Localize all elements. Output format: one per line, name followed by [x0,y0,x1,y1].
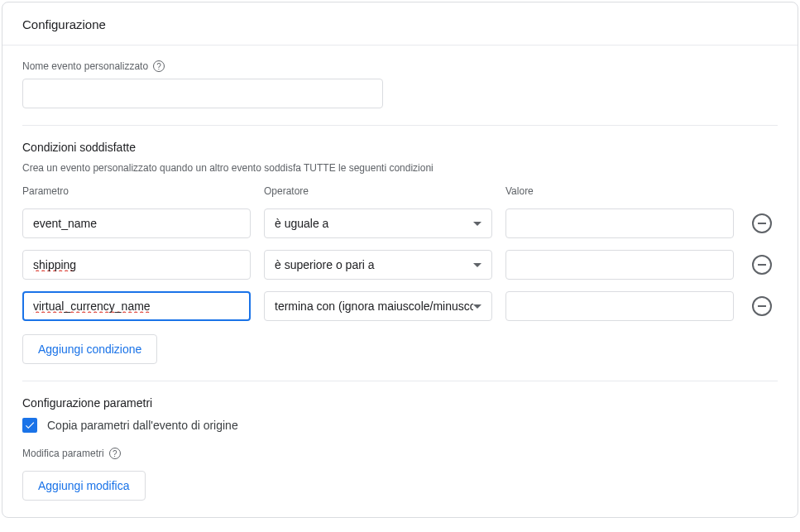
card-header: Configurazione [2,2,798,46]
condition-operator-text: è superiore o pari a [275,258,473,271]
configuration-card: Configurazione Nome evento personalizzat… [2,2,798,518]
custom-event-name-input[interactable] [22,79,383,108]
condition-param-input[interactable] [22,250,251,280]
copy-params-label: Copia parametri dall'evento di origine [47,419,238,432]
condition-operator-select[interactable]: termina con (ignora maiuscole/minuscole) [264,291,492,321]
chevron-down-icon [473,263,481,267]
custom-event-label-row: Nome evento personalizzato ? [22,60,778,72]
custom-event-section: Nome evento personalizzato ? [2,46,798,125]
remove-condition-button[interactable] [752,296,772,316]
chevron-down-icon [473,304,481,309]
condition-operator-select[interactable]: è superiore o pari a [264,250,492,280]
remove-condition-button[interactable] [752,213,772,233]
help-icon[interactable]: ? [153,60,165,72]
condition-operator-text: è uguale a [275,217,473,230]
params-section: Configurazione parametri Copia parametri… [2,381,798,517]
condition-value-input[interactable] [505,291,734,321]
col-label-param: Parametro [22,185,251,197]
condition-operator-select[interactable]: è uguale a [264,208,492,238]
card-title: Configurazione [22,17,778,31]
col-label-operator: Operatore [264,185,492,197]
conditions-grid: Parametro Operatore Valore è uguale aè s… [22,185,778,321]
chevron-down-icon [473,222,481,226]
modify-params-label: Modifica parametri [22,448,104,459]
condition-param-input[interactable] [22,208,251,238]
col-label-value: Valore [505,185,734,197]
help-icon[interactable]: ? [109,448,121,459]
copy-params-checkbox[interactable] [22,418,37,433]
custom-event-label: Nome evento personalizzato [22,60,148,72]
modify-params-label-row: Modifica parametri ? [22,448,778,459]
check-icon [24,419,36,431]
add-condition-button[interactable]: Aggiungi condizione [22,334,157,364]
add-modification-button[interactable]: Aggiungi modifica [22,471,146,501]
remove-condition-button[interactable] [752,255,772,275]
condition-operator-text: termina con (ignora maiuscole/minuscole) [275,300,473,313]
conditions-title: Condizioni soddisfatte [22,141,778,154]
condition-param-input[interactable] [22,291,251,321]
conditions-section: Condizioni soddisfatte Crea un evento pe… [2,126,798,381]
conditions-subtitle: Crea un evento personalizzato quando un … [22,162,778,174]
condition-value-input[interactable] [505,208,734,238]
copy-params-row: Copia parametri dall'evento di origine [22,418,778,433]
condition-value-input[interactable] [505,250,734,280]
params-title: Configurazione parametri [22,396,778,410]
